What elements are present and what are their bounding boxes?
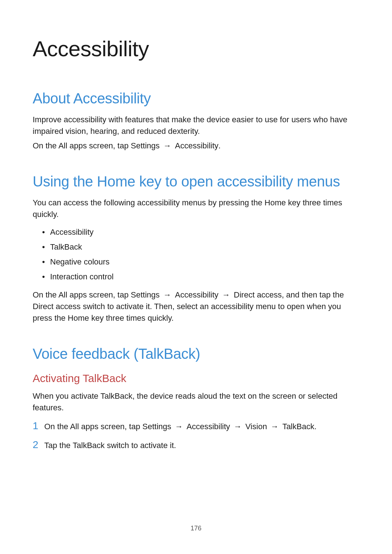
settings-label: Settings (142, 422, 171, 431)
arrow-icon: → (221, 290, 232, 299)
settings-label: Settings (131, 290, 160, 299)
step-1-prefix: On the All apps screen, tap (44, 422, 142, 431)
arrow-icon: → (232, 422, 243, 431)
accessibility-label: Accessibility (175, 290, 219, 299)
settings-label: Settings (131, 141, 160, 150)
arrow-icon: → (162, 290, 173, 299)
accessibility-label: Accessibility (187, 422, 230, 431)
about-heading: About Accessibility (33, 90, 359, 107)
about-paragraph: Improve accessibility with features that… (33, 114, 359, 137)
step-1-suffix: . (314, 422, 317, 431)
step-number-1: 1 (33, 420, 44, 432)
bullet-negative-colours: Negative colours (42, 255, 359, 270)
about-nav-suffix: . (219, 141, 221, 150)
voice-paragraph: When you activate TalkBack, the device r… (33, 390, 359, 414)
page-title: Accessibility (33, 36, 359, 61)
arrow-icon: → (269, 422, 280, 431)
direct-access-label: Direct access (234, 290, 282, 299)
step-number-2: 2 (33, 439, 44, 451)
arrow-icon: → (173, 422, 184, 431)
step-2-suffix: switch to activate it. (105, 441, 176, 450)
step-2-text: Tap the TalkBack switch to activate it. (44, 440, 176, 451)
bullet-talkback: TalkBack (42, 240, 359, 255)
talkback-label: TalkBack (282, 422, 314, 431)
accessibility-label: Accessibility (175, 141, 219, 150)
homekey-nav-mid: , and then tap the (282, 290, 344, 299)
homekey-heading: Using the Home key to open accessibility… (33, 173, 359, 190)
bullet-accessibility: Accessibility (42, 225, 359, 240)
talkback-label: TalkBack (73, 441, 105, 450)
homekey-nav-line: On the All apps screen, tap Settings → A… (33, 289, 359, 324)
voice-heading: Voice feedback (TalkBack) (33, 346, 359, 362)
vision-label: Vision (245, 422, 267, 431)
about-nav-prefix: On the All apps screen, tap (33, 141, 131, 150)
direct-access-label: Direct access (33, 302, 81, 311)
bullet-interaction-control: Interaction control (42, 270, 359, 284)
activating-talkback-heading: Activating TalkBack (33, 372, 359, 385)
step-1-text: On the All apps screen, tap Settings → A… (44, 421, 317, 432)
step-2-prefix: Tap the (44, 441, 73, 450)
homekey-paragraph: You can access the following accessibili… (33, 197, 359, 220)
arrow-icon: → (162, 141, 173, 150)
step-1: 1 On the All apps screen, tap Settings →… (33, 420, 359, 432)
homekey-bullets: Accessibility TalkBack Negative colours … (42, 225, 359, 284)
step-2: 2 Tap the TalkBack switch to activate it… (33, 439, 359, 451)
about-nav-line: On the All apps screen, tap Settings → A… (33, 140, 359, 152)
homekey-nav-prefix: On the All apps screen, tap (33, 290, 131, 299)
page-number: 176 (0, 525, 392, 532)
